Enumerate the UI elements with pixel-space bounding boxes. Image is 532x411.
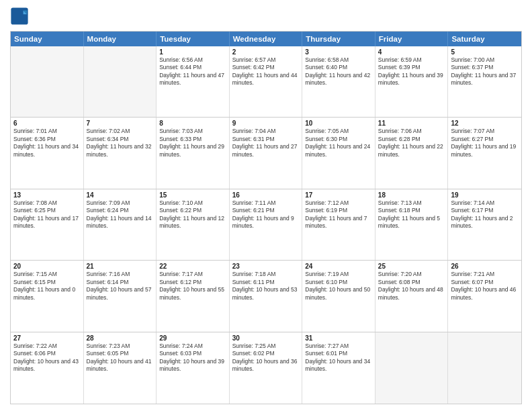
calendar-cell: 2Sunrise: 6:57 AM Sunset: 6:42 PM Daylig… [230, 46, 303, 117]
cell-date: 24 [305, 263, 372, 270]
cell-info: Sunrise: 7:04 AM Sunset: 6:31 PM Dayligh… [232, 128, 300, 158]
cell-date: 18 [378, 191, 445, 199]
calendar-cell: 3Sunrise: 6:58 AM Sunset: 6:40 PM Daylig… [302, 46, 375, 117]
calendar-cell: 16Sunrise: 7:11 AM Sunset: 6:21 PM Dayli… [230, 189, 303, 260]
cell-date: 23 [232, 263, 300, 270]
calendar-cell: 8Sunrise: 7:03 AM Sunset: 6:33 PM Daylig… [157, 118, 230, 188]
calendar-row: 27Sunrise: 7:22 AM Sunset: 6:06 PM Dayli… [11, 332, 521, 404]
calendar-cell: 15Sunrise: 7:10 AM Sunset: 6:22 PM Dayli… [157, 189, 230, 260]
calendar-cell: 21Sunrise: 7:16 AM Sunset: 6:14 PM Dayli… [84, 261, 157, 331]
calendar-cell: 12Sunrise: 7:07 AM Sunset: 6:27 PM Dayli… [448, 118, 521, 188]
calendar-cell: 14Sunrise: 7:09 AM Sunset: 6:24 PM Dayli… [84, 189, 157, 260]
calendar-cell: 29Sunrise: 7:24 AM Sunset: 6:03 PM Dayli… [157, 332, 230, 404]
cell-date: 25 [378, 263, 445, 270]
calendar-cell: 9Sunrise: 7:04 AM Sunset: 6:31 PM Daylig… [230, 118, 303, 188]
cell-info: Sunrise: 7:27 AM Sunset: 6:01 PM Dayligh… [305, 342, 372, 373]
cell-date: 4 [378, 48, 445, 56]
calendar-cell: 30Sunrise: 7:25 AM Sunset: 6:02 PM Dayli… [230, 332, 303, 404]
cell-info: Sunrise: 7:01 AM Sunset: 6:36 PM Dayligh… [13, 128, 81, 158]
cell-date: 27 [13, 334, 81, 342]
calendar-cell: 18Sunrise: 7:13 AM Sunset: 6:18 PM Dayli… [375, 189, 449, 260]
cell-info: Sunrise: 7:08 AM Sunset: 6:25 PM Dayligh… [13, 199, 81, 230]
cell-date: 29 [159, 334, 226, 342]
cell-date: 14 [87, 191, 154, 199]
cell-info: Sunrise: 7:16 AM Sunset: 6:14 PM Dayligh… [87, 271, 154, 302]
svg-rect-0 [11, 7, 28, 24]
cell-date: 22 [159, 263, 226, 270]
calendar-cell: 23Sunrise: 7:18 AM Sunset: 6:11 PM Dayli… [230, 261, 303, 331]
cell-date: 28 [87, 334, 154, 342]
cell-info: Sunrise: 6:58 AM Sunset: 6:40 PM Dayligh… [305, 56, 372, 87]
day-header-tuesday: Tuesday [157, 32, 230, 46]
calendar-cell [448, 332, 521, 404]
cell-info: Sunrise: 7:13 AM Sunset: 6:18 PM Dayligh… [378, 199, 445, 230]
calendar-cell: 1Sunrise: 6:56 AM Sunset: 6:44 PM Daylig… [157, 46, 230, 117]
cell-date: 20 [13, 263, 81, 270]
cell-date: 30 [232, 334, 300, 342]
day-header-monday: Monday [84, 32, 157, 46]
cell-info: Sunrise: 7:09 AM Sunset: 6:24 PM Dayligh… [87, 199, 154, 230]
calendar-cell: 19Sunrise: 7:14 AM Sunset: 6:17 PM Dayli… [448, 189, 521, 260]
cell-info: Sunrise: 7:24 AM Sunset: 6:03 PM Dayligh… [159, 342, 226, 373]
cell-date: 8 [159, 120, 226, 127]
cell-info: Sunrise: 6:57 AM Sunset: 6:42 PM Dayligh… [232, 56, 300, 87]
calendar-cell: 6Sunrise: 7:01 AM Sunset: 6:36 PM Daylig… [11, 118, 84, 188]
cell-info: Sunrise: 7:23 AM Sunset: 6:05 PM Dayligh… [87, 342, 154, 373]
cell-date: 12 [451, 120, 519, 127]
cell-info: Sunrise: 7:02 AM Sunset: 6:34 PM Dayligh… [87, 128, 154, 158]
cell-info: Sunrise: 7:17 AM Sunset: 6:12 PM Dayligh… [159, 271, 226, 302]
logo [10, 7, 32, 26]
logo-icon [10, 7, 29, 26]
day-header-thursday: Thursday [302, 32, 375, 46]
cell-date: 26 [451, 263, 519, 270]
cell-date: 3 [305, 48, 372, 56]
cell-date: 10 [305, 120, 372, 127]
calendar-cell [84, 46, 157, 117]
calendar-cell: 31Sunrise: 7:27 AM Sunset: 6:01 PM Dayli… [302, 332, 375, 404]
day-header-saturday: Saturday [448, 32, 521, 46]
day-header-friday: Friday [375, 32, 449, 46]
cell-info: Sunrise: 7:12 AM Sunset: 6:19 PM Dayligh… [305, 199, 372, 230]
calendar-header: SundayMondayTuesdayWednesdayThursdayFrid… [11, 32, 521, 46]
cell-info: Sunrise: 7:14 AM Sunset: 6:17 PM Dayligh… [451, 199, 519, 230]
cell-date: 15 [159, 191, 226, 199]
calendar-cell: 17Sunrise: 7:12 AM Sunset: 6:19 PM Dayli… [302, 189, 375, 260]
cell-date: 11 [378, 120, 445, 127]
calendar-cell: 10Sunrise: 7:05 AM Sunset: 6:30 PM Dayli… [302, 118, 375, 188]
calendar-cell [375, 332, 449, 404]
calendar-cell: 20Sunrise: 7:15 AM Sunset: 6:15 PM Dayli… [11, 261, 84, 331]
cell-info: Sunrise: 7:10 AM Sunset: 6:22 PM Dayligh… [159, 199, 226, 230]
cell-date: 19 [451, 191, 519, 199]
cell-date: 21 [87, 263, 154, 270]
cell-info: Sunrise: 7:18 AM Sunset: 6:11 PM Dayligh… [232, 271, 300, 302]
cell-info: Sunrise: 7:15 AM Sunset: 6:15 PM Dayligh… [13, 271, 81, 302]
calendar-cell: 11Sunrise: 7:06 AM Sunset: 6:28 PM Dayli… [375, 118, 449, 188]
cell-info: Sunrise: 7:19 AM Sunset: 6:10 PM Dayligh… [305, 271, 372, 302]
header [10, 7, 522, 26]
calendar-cell: 13Sunrise: 7:08 AM Sunset: 6:25 PM Dayli… [11, 189, 84, 260]
cell-info: Sunrise: 7:07 AM Sunset: 6:27 PM Dayligh… [451, 128, 519, 158]
cell-date: 6 [13, 120, 81, 127]
cell-date: 9 [232, 120, 300, 127]
calendar-row: 1Sunrise: 6:56 AM Sunset: 6:44 PM Daylig… [11, 46, 521, 118]
calendar-row: 13Sunrise: 7:08 AM Sunset: 6:25 PM Dayli… [11, 189, 521, 261]
cell-date: 1 [159, 48, 226, 56]
calendar-cell: 5Sunrise: 7:00 AM Sunset: 6:37 PM Daylig… [448, 46, 521, 117]
cell-info: Sunrise: 6:59 AM Sunset: 6:39 PM Dayligh… [378, 56, 445, 87]
cell-date: 2 [232, 48, 300, 56]
calendar-row: 20Sunrise: 7:15 AM Sunset: 6:15 PM Dayli… [11, 261, 521, 332]
cell-info: Sunrise: 7:06 AM Sunset: 6:28 PM Dayligh… [378, 128, 445, 158]
cell-date: 13 [13, 191, 81, 199]
calendar-cell: 26Sunrise: 7:21 AM Sunset: 6:07 PM Dayli… [448, 261, 521, 331]
calendar-cell: 24Sunrise: 7:19 AM Sunset: 6:10 PM Dayli… [302, 261, 375, 331]
calendar-cell: 25Sunrise: 7:20 AM Sunset: 6:08 PM Dayli… [375, 261, 449, 331]
calendar: SundayMondayTuesdayWednesdayThursdayFrid… [10, 31, 522, 404]
calendar-cell [11, 46, 84, 117]
cell-info: Sunrise: 7:03 AM Sunset: 6:33 PM Dayligh… [159, 128, 226, 158]
calendar-body: 1Sunrise: 6:56 AM Sunset: 6:44 PM Daylig… [11, 46, 521, 404]
calendar-cell: 4Sunrise: 6:59 AM Sunset: 6:39 PM Daylig… [375, 46, 449, 117]
calendar-cell: 27Sunrise: 7:22 AM Sunset: 6:06 PM Dayli… [11, 332, 84, 404]
cell-info: Sunrise: 7:00 AM Sunset: 6:37 PM Dayligh… [451, 56, 519, 87]
cell-info: Sunrise: 7:25 AM Sunset: 6:02 PM Dayligh… [232, 342, 300, 373]
day-header-wednesday: Wednesday [230, 32, 303, 46]
